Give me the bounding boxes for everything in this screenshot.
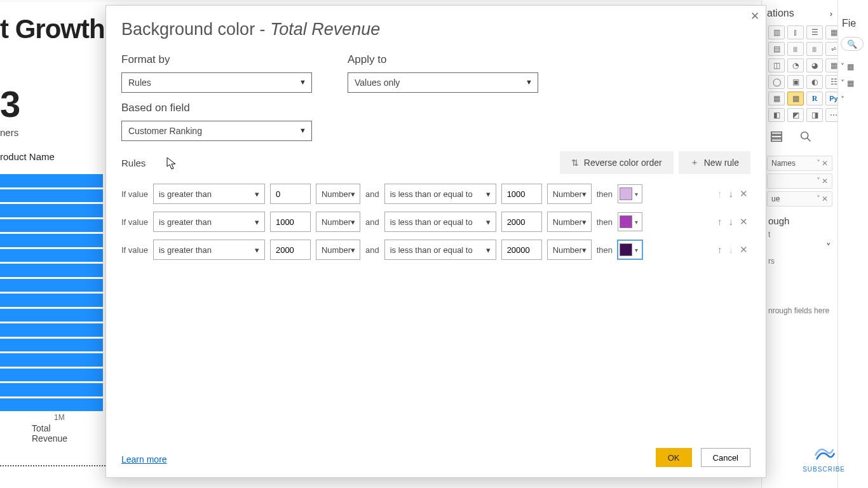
- color-picker[interactable]: ▾: [618, 184, 642, 203]
- cancel-button[interactable]: Cancel: [701, 448, 750, 467]
- viz-type-icon[interactable]: ◨: [806, 108, 823, 122]
- value-type2-select[interactable]: Number▾: [547, 212, 592, 232]
- if-value-label: If value: [121, 217, 148, 227]
- chevron-down-icon[interactable]: ˅: [817, 159, 820, 168]
- axis-tick: 1M: [54, 413, 65, 422]
- apply-to-select[interactable]: Values only ▼: [348, 72, 538, 93]
- remove-icon[interactable]: ✕: [822, 159, 828, 168]
- table-icon: ▦: [847, 79, 854, 88]
- value-type2-select[interactable]: Number▾: [547, 184, 592, 204]
- min-value-input[interactable]: [270, 184, 311, 204]
- max-value-input[interactable]: [501, 240, 542, 260]
- viz-type-icon[interactable]: ▦: [787, 92, 804, 105]
- drill-chevrons: ˅: [764, 240, 835, 255]
- format-tool-row: [764, 122, 835, 153]
- viz-type-icon[interactable]: ◩: [787, 108, 804, 122]
- color-picker[interactable]: ▾: [618, 212, 642, 231]
- if-value-label: If value: [121, 245, 148, 255]
- move-down-icon: ↓: [729, 244, 734, 255]
- operator-select[interactable]: is greater than▾: [153, 212, 265, 232]
- fields-tab-icon[interactable]: [770, 130, 783, 146]
- color-picker[interactable]: ▾: [618, 240, 642, 259]
- based-on-field-select[interactable]: Customer Ranking ▼: [121, 121, 312, 141]
- chevron-down-icon: ˅: [841, 79, 844, 88]
- chevron-right-icon[interactable]: ›: [830, 9, 832, 18]
- value-type-select[interactable]: Number▾: [316, 240, 360, 260]
- delete-rule-icon[interactable]: ✕: [740, 244, 748, 255]
- page-title-fragment: t Growth: [0, 14, 105, 44]
- viz-type-icon[interactable]: ◯: [768, 75, 785, 89]
- close-icon[interactable]: ✕: [750, 10, 759, 23]
- value-type-select[interactable]: Number▾: [316, 212, 360, 232]
- max-value-input[interactable]: [501, 212, 542, 232]
- value-type-select[interactable]: Number▾: [316, 184, 360, 204]
- format-by-select[interactable]: Rules ▼: [121, 72, 312, 93]
- viz-type-icon[interactable]: ▦: [768, 92, 785, 105]
- viz-type-icon[interactable]: ◔: [787, 58, 804, 72]
- min-value-input[interactable]: [270, 212, 311, 232]
- viz-type-icon[interactable]: ◫: [768, 58, 785, 72]
- table-node[interactable]: ˅▦: [838, 75, 868, 92]
- fields-pane: Fie 🔍 ˅▦ ˅▦ ˅: [837, 0, 868, 488]
- viz-type-icon[interactable]: ◧: [768, 108, 785, 122]
- format-tab-icon[interactable]: [799, 130, 813, 146]
- rules-list: If valueis greater than▾Number▾andis les…: [121, 183, 750, 261]
- table-icon: ▦: [847, 62, 854, 71]
- viz-type-icon[interactable]: ☰: [806, 25, 823, 39]
- viz-type-icon[interactable]: R: [806, 92, 823, 105]
- field-well-blank-1[interactable]: ˅✕: [767, 173, 832, 189]
- viz-type-icon[interactable]: ▤: [768, 42, 785, 56]
- delete-rule-icon[interactable]: ✕: [740, 188, 748, 200]
- field-well-names[interactable]: Names ˅✕: [767, 156, 832, 171]
- operator-select[interactable]: is greater than▾: [153, 184, 265, 204]
- table-node[interactable]: ˅▦: [838, 58, 868, 75]
- if-value-label: If value: [121, 189, 148, 199]
- chevron-down-icon[interactable]: ˅: [817, 177, 820, 186]
- rule-row: If valueis greater than▾Number▾andis les…: [121, 183, 750, 205]
- field-well-label: ue: [771, 194, 780, 203]
- ok-button[interactable]: OK: [656, 448, 692, 467]
- viz-type-icon[interactable]: ▣: [787, 75, 804, 89]
- viz-type-icon[interactable]: ⫼: [787, 42, 804, 56]
- viz-type-icon[interactable]: ⫼: [806, 42, 823, 56]
- move-down-icon[interactable]: ↓: [729, 216, 734, 227]
- conditional-formatting-dialog: ✕ Background color - Total Revenue Forma…: [105, 5, 766, 478]
- visualizations-title: ations: [767, 8, 794, 19]
- viz-type-icon[interactable]: ◐: [806, 75, 823, 89]
- chevron-down-icon: ▼: [299, 126, 306, 134]
- operator2-select[interactable]: is less than or equal to▾: [384, 212, 496, 232]
- viz-type-icon[interactable]: ◕: [806, 58, 823, 72]
- viz-type-icon[interactable]: ▥: [768, 25, 785, 39]
- rules-section-label: Rules: [121, 158, 146, 168]
- remove-icon[interactable]: ✕: [822, 194, 828, 203]
- viz-type-icon[interactable]: ⫿: [787, 25, 804, 39]
- remove-icon[interactable]: ✕: [822, 177, 828, 186]
- chevron-down-icon: ▼: [526, 78, 532, 86]
- operator2-select[interactable]: is less than or equal to▾: [384, 184, 496, 204]
- value-type2-select[interactable]: Number▾: [547, 240, 592, 260]
- move-up-icon: ↑: [717, 188, 722, 200]
- svg-rect-0: [771, 132, 782, 135]
- based-on-field-label: Based on field: [121, 102, 312, 114]
- move-down-icon[interactable]: ↓: [729, 188, 734, 200]
- plus-icon: ＋: [690, 157, 699, 168]
- chevron-down-icon: ˅: [841, 95, 844, 104]
- max-value-input[interactable]: [501, 184, 542, 204]
- delete-rule-icon[interactable]: ✕: [740, 216, 748, 227]
- learn-more-link[interactable]: Learn more: [121, 454, 167, 464]
- field-well-value[interactable]: ue ˅✕: [767, 191, 832, 207]
- table-node[interactable]: ˅: [838, 92, 868, 108]
- rule-row: If valueis greater than▾Number▾andis les…: [121, 239, 750, 261]
- then-label: then: [597, 245, 613, 255]
- operator2-select[interactable]: is less than or equal to▾: [384, 240, 496, 260]
- new-rule-button[interactable]: ＋ New rule: [679, 151, 750, 174]
- operator-select[interactable]: is greater than▾: [153, 240, 265, 260]
- move-up-icon[interactable]: ↑: [717, 216, 722, 227]
- chevron-down-icon[interactable]: ˅: [826, 241, 831, 253]
- move-up-icon[interactable]: ↑: [717, 244, 722, 255]
- chevron-down-icon[interactable]: ˅: [817, 194, 820, 203]
- drill-rows-caption: rs: [764, 255, 835, 267]
- reverse-color-order-button[interactable]: ⇅ Reverse color order: [560, 151, 674, 174]
- search-input[interactable]: 🔍: [841, 37, 864, 51]
- min-value-input[interactable]: [270, 240, 311, 260]
